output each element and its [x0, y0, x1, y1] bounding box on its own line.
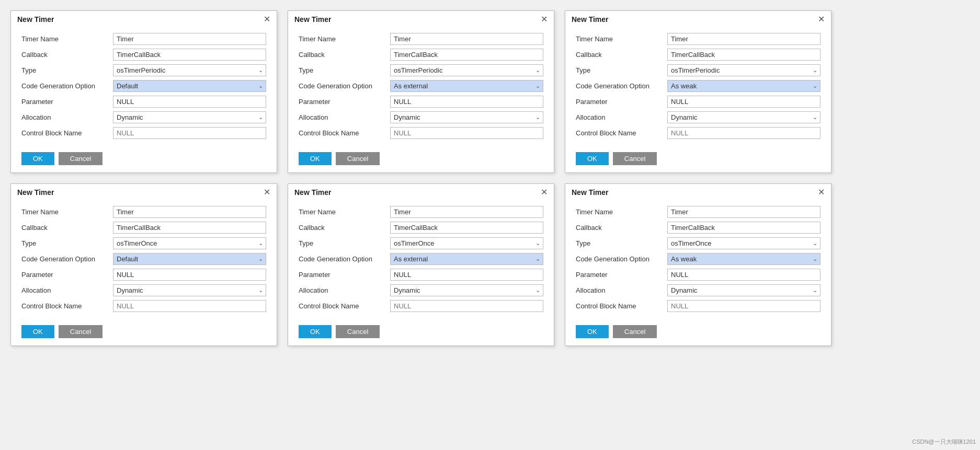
dialog-6-ok-button[interactable]: OK	[576, 325, 609, 338]
dialog-5: New Timer ✕ Timer Name Callback Type osT…	[288, 183, 554, 346]
dialog-1-codegen-select[interactable]: Default As external As weak	[113, 80, 266, 92]
dialog-5-title: New Timer	[294, 188, 332, 197]
dialog-4-ok-button[interactable]: OK	[21, 325, 54, 338]
dialog-4-close-button[interactable]: ✕	[264, 188, 270, 197]
dialog-6-callback-row: Callback	[576, 222, 821, 234]
dialog-3-ok-button[interactable]: OK	[576, 152, 609, 165]
dialog-5-type-select[interactable]: osTimerPeriodic osTimerOnce	[390, 237, 543, 249]
dialog-6-close-button[interactable]: ✕	[818, 188, 825, 197]
dialog-1-title: New Timer	[17, 15, 54, 24]
dialog-6-cancel-button[interactable]: Cancel	[613, 325, 657, 338]
dialog-4-type-row: Type osTimerPeriodic osTimerOnce ⌄	[21, 237, 266, 249]
dialog-2-parameter-row: Parameter	[299, 96, 543, 108]
dialog-3-timer-name-label: Timer Name	[576, 35, 667, 43]
dialog-1-allocation-select-wrapper: Dynamic Static ⌄	[113, 111, 266, 123]
dialog-3-timer-name-input[interactable]	[667, 33, 821, 45]
dialog-6-parameter-input[interactable]	[667, 269, 821, 281]
dialog-3-title: New Timer	[572, 15, 609, 24]
dialog-2-codegen-select-wrapper: Default As external As weak ⌄	[390, 80, 543, 92]
dialog-5-callback-input[interactable]	[390, 222, 543, 234]
dialog-5-parameter-input[interactable]	[390, 269, 543, 281]
dialog-1-controlblock-input[interactable]	[113, 127, 266, 139]
dialog-5-close-button[interactable]: ✕	[541, 188, 548, 197]
dialog-1-ok-button[interactable]: OK	[21, 152, 54, 165]
dialog-3-callback-row: Callback	[576, 49, 821, 61]
dialog-2-ok-button[interactable]: OK	[299, 152, 332, 165]
dialog-4-controlblock-input[interactable]	[113, 300, 266, 312]
dialog-2-allocation-select[interactable]: Dynamic Static	[390, 111, 543, 123]
dialog-1-controlblock-label: Control Block Name	[21, 129, 113, 137]
dialog-6-title: New Timer	[572, 188, 609, 197]
dialog-4-codegen-label: Code Generation Option	[21, 255, 113, 263]
dialog-3-parameter-label: Parameter	[576, 98, 667, 106]
dialog-1-footer: OK Cancel	[11, 149, 277, 172]
dialog-3-controlblock-input[interactable]	[667, 127, 821, 139]
dialog-3-type-select[interactable]: osTimerPeriodic osTimerOnce	[667, 64, 821, 76]
dialog-2-controlblock-input[interactable]	[390, 127, 543, 139]
dialog-4-codegen-select[interactable]: Default As external As weak	[113, 253, 266, 265]
dialog-4-allocation-row: Allocation Dynamic Static ⌄	[21, 284, 266, 296]
dialog-2-type-select[interactable]: osTimerPeriodic osTimerOnce	[390, 64, 543, 76]
dialog-6-parameter-row: Parameter	[576, 269, 821, 281]
dialog-5-timer-name-input[interactable]	[390, 206, 543, 218]
dialog-1-allocation-select[interactable]: Dynamic Static	[113, 111, 266, 123]
dialog-3-parameter-input[interactable]	[667, 96, 821, 108]
dialog-2-title: New Timer	[294, 15, 332, 24]
dialog-2-type-row: Type osTimerPeriodic osTimerOnce ⌄	[299, 64, 543, 76]
dialog-1-type-label: Type	[21, 66, 113, 74]
dialog-5-cancel-button[interactable]: Cancel	[336, 325, 380, 338]
dialog-2-parameter-input[interactable]	[390, 96, 543, 108]
dialog-6-allocation-select-wrapper: Dynamic Static ⌄	[667, 284, 821, 296]
dialog-1-timer-name-row: Timer Name	[21, 33, 266, 45]
dialog-4: New Timer ✕ Timer Name Callback Type osT…	[10, 183, 277, 346]
dialog-5-controlblock-input[interactable]	[390, 300, 543, 312]
dialog-5-codegen-select-wrapper: Default As external As weak ⌄	[390, 253, 543, 265]
dialog-5-allocation-select[interactable]: Dynamic Static	[390, 284, 543, 296]
dialog-1-parameter-input[interactable]	[113, 96, 266, 108]
dialog-5-allocation-row: Allocation Dynamic Static ⌄	[299, 284, 543, 296]
dialog-1-close-button[interactable]: ✕	[264, 15, 270, 24]
dialog-2-close-button[interactable]: ✕	[541, 15, 548, 24]
dialog-4-timer-name-input[interactable]	[113, 206, 266, 218]
dialog-3-codegen-select[interactable]: Default As external As weak	[667, 80, 821, 92]
dialog-1-timer-name-input[interactable]	[113, 33, 266, 45]
dialog-5-codegen-row: Code Generation Option Default As extern…	[299, 253, 543, 265]
dialog-5-ok-button[interactable]: OK	[299, 325, 332, 338]
dialog-2-timer-name-input[interactable]	[390, 33, 543, 45]
dialog-2-callback-input[interactable]	[390, 49, 543, 61]
dialog-3-footer: OK Cancel	[565, 149, 831, 172]
dialog-5-type-row: Type osTimerPeriodic osTimerOnce ⌄	[299, 237, 543, 249]
dialog-5-callback-label: Callback	[299, 224, 390, 232]
dialog-6-parameter-label: Parameter	[576, 271, 667, 279]
dialog-4-cancel-button[interactable]: Cancel	[59, 325, 102, 338]
dialog-5-footer: OK Cancel	[288, 322, 554, 345]
dialog-3-cancel-button[interactable]: Cancel	[613, 152, 657, 165]
dialog-5-timer-name-label: Timer Name	[299, 208, 390, 216]
dialog-3-close-button[interactable]: ✕	[818, 15, 825, 24]
dialog-1-type-select[interactable]: osTimerPeriodic osTimerOnce	[113, 64, 266, 76]
dialog-3-allocation-select[interactable]: Dynamic Static	[667, 111, 821, 123]
dialog-2-codegen-select[interactable]: Default As external As weak	[390, 80, 543, 92]
dialog-2-allocation-row: Allocation Dynamic Static ⌄	[299, 111, 543, 123]
dialog-6-allocation-select[interactable]: Dynamic Static	[667, 284, 821, 296]
dialog-4-body: Timer Name Callback Type osTimerPeriodic…	[11, 201, 277, 322]
dialog-4-callback-input[interactable]	[113, 222, 266, 234]
dialog-1-callback-input[interactable]	[113, 49, 266, 61]
dialog-1-codegen-label: Code Generation Option	[21, 82, 113, 90]
dialog-1-body: Timer Name Callback Type osTimerPeriodic…	[11, 28, 277, 149]
dialog-6-type-select[interactable]: osTimerPeriodic osTimerOnce	[667, 237, 821, 249]
dialog-5-codegen-select[interactable]: Default As external As weak	[390, 253, 543, 265]
dialog-2-cancel-button[interactable]: Cancel	[336, 152, 380, 165]
dialog-3-callback-input[interactable]	[667, 49, 821, 61]
dialog-4-parameter-input[interactable]	[113, 269, 266, 281]
dialog-6-codegen-select[interactable]: Default As external As weak	[667, 253, 821, 265]
dialog-1-cancel-button[interactable]: Cancel	[59, 152, 102, 165]
dialog-4-type-select[interactable]: osTimerPeriodic osTimerOnce	[113, 237, 266, 249]
dialog-6-controlblock-input[interactable]	[667, 300, 821, 312]
dialog-1-parameter-row: Parameter	[21, 96, 266, 108]
dialog-4-allocation-select[interactable]: Dynamic Static	[113, 284, 266, 296]
dialog-2-controlblock-label: Control Block Name	[299, 129, 390, 137]
dialog-6-callback-input[interactable]	[667, 222, 821, 234]
dialog-6-timer-name-input[interactable]	[667, 206, 821, 218]
dialog-2-footer: OK Cancel	[288, 149, 554, 172]
